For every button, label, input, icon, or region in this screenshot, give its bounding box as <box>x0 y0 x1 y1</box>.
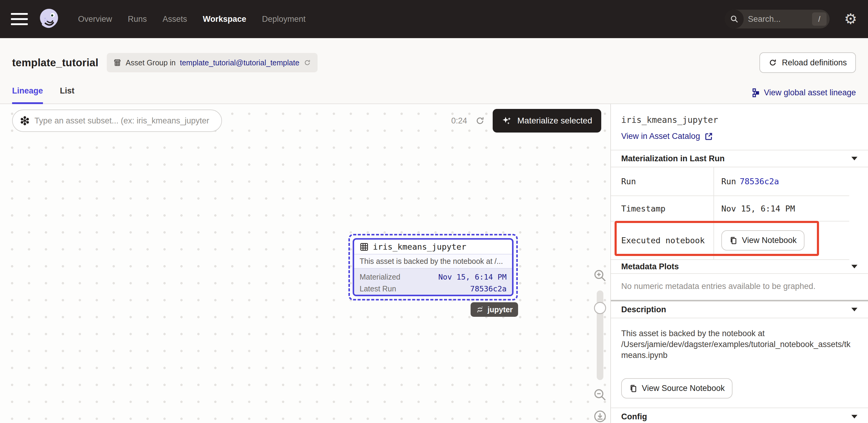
table-row-executed-notebook: Executed notebook View Notebook <box>611 221 849 260</box>
nav-item-runs[interactable]: Runs <box>128 14 147 24</box>
section-title: Metadata Plots <box>621 262 679 271</box>
view-notebook-label: View Notebook <box>742 236 797 245</box>
section-materialization-in-last-run[interactable]: Materialization in Last Run <box>611 150 868 167</box>
chevron-down-icon[interactable] <box>851 156 858 161</box>
row-label: Run <box>611 167 714 195</box>
tab-list[interactable]: List <box>60 86 74 104</box>
stat-value[interactable]: 78536c2a <box>470 284 506 293</box>
stat-label: Latest Run <box>360 284 396 293</box>
nav-item-overview[interactable]: Overview <box>78 14 112 24</box>
lineage-graph-icon <box>752 88 760 97</box>
view-global-asset-lineage-label: View global asset lineage <box>764 88 856 97</box>
table-asset-icon <box>360 242 369 251</box>
download-view-icon[interactable] <box>593 410 607 423</box>
lineage-canvas[interactable]: 0:24 Materialize selected <box>0 104 610 423</box>
hamburger-menu-icon[interactable] <box>11 13 28 25</box>
node-stat-materialized: Materialized Nov 15, 6:14 PM <box>360 271 506 283</box>
view-source-notebook-label: View Source Notebook <box>642 384 725 393</box>
asset-subset-input[interactable] <box>12 110 222 132</box>
page-title: template_tutorial <box>12 57 98 69</box>
reload-definitions-label: Reload definitions <box>782 58 847 67</box>
asset-group-chip-label: Asset Group in <box>125 58 176 67</box>
view-in-asset-catalog-link[interactable]: View in Asset Catalog <box>621 132 858 141</box>
tabs-bar: Lineage List View global asset lineage <box>0 79 868 104</box>
materialize-selected-button[interactable]: Materialize selected <box>493 109 601 132</box>
search-icon <box>725 10 744 28</box>
notebook-icon <box>729 236 738 245</box>
section-title: Materialization in Last Run <box>621 154 725 163</box>
description-text: This asset is backed by the notebook at … <box>611 318 859 361</box>
view-global-asset-lineage-link[interactable]: View global asset lineage <box>752 88 856 103</box>
run-id-link[interactable]: 78536c2a <box>740 177 779 186</box>
metadata-empty-message: No numeric metadata entries available to… <box>611 274 868 300</box>
stat-value[interactable]: Nov 15, 6:14 PM <box>438 273 506 281</box>
asset-group-link[interactable]: template_tutorial@tutorial_template <box>180 58 300 67</box>
node-title: iris_kmeans_jupyter <box>373 242 466 251</box>
canvas-zoom-controls <box>592 269 609 423</box>
stat-label: Materialized <box>360 273 400 281</box>
asset-subset-text-field[interactable] <box>34 116 215 126</box>
search-input[interactable]: Search... / <box>725 10 830 28</box>
node-stat-latest-run: Latest Run 78536c2a <box>360 283 506 295</box>
node-description: This asset is backed by the notebook at … <box>354 254 512 269</box>
page-header: template_tutorial Asset Group in templat… <box>0 38 868 79</box>
chevron-down-icon[interactable] <box>851 265 858 269</box>
notebook-icon <box>629 384 638 393</box>
zoom-slider[interactable] <box>597 291 603 380</box>
asset-node-iris-kmeans-jupyter[interactable]: iris_kmeans_jupyter This asset is backed… <box>348 234 518 300</box>
table-row-run: Run Run 78536c2a <box>611 167 849 196</box>
chevron-down-icon[interactable] <box>851 415 858 419</box>
op-selector-icon <box>20 116 30 126</box>
dagster-logo[interactable] <box>37 7 61 31</box>
zoom-out-icon[interactable] <box>593 388 607 402</box>
view-source-notebook-button[interactable]: View Source Notebook <box>621 378 733 398</box>
section-config[interactable]: Config <box>611 408 868 423</box>
asset-group-icon <box>114 59 121 66</box>
panel-asset-title: iris_kmeans_jupyter <box>621 115 858 125</box>
kind-tag-label: jupyter <box>488 305 513 314</box>
asset-details-panel: iris_kmeans_jupyter View in Asset Catalo… <box>610 104 868 423</box>
nav-item-workspace[interactable]: Workspace <box>203 14 247 24</box>
view-notebook-button[interactable]: View Notebook <box>721 230 805 250</box>
external-link-icon <box>704 132 713 141</box>
row-label: Executed notebook <box>611 221 714 259</box>
materialize-selected-label: Materialize selected <box>518 116 592 126</box>
sparkle-icon <box>502 116 512 126</box>
nav-menu: Overview Runs Assets Workspace Deploymen… <box>78 14 306 24</box>
refresh-timer: 0:24 <box>451 116 467 126</box>
chip-refresh-icon[interactable] <box>304 59 311 66</box>
section-description[interactable]: Description <box>611 301 868 318</box>
top-nav: Overview Runs Assets Workspace Deploymen… <box>0 0 868 38</box>
run-value-prefix: Run <box>721 177 736 186</box>
asset-group-chip[interactable]: Asset Group in template_tutorial@tutoria… <box>107 53 317 72</box>
section-metadata-plots[interactable]: Metadata Plots <box>611 260 868 274</box>
zoom-in-icon[interactable] <box>593 269 607 282</box>
jupyter-icon <box>476 306 484 313</box>
reload-icon <box>769 58 777 67</box>
view-in-asset-catalog-label: View in Asset Catalog <box>621 132 700 141</box>
table-row-timestamp: Timestamp Nov 15, 6:14 PM <box>611 196 849 221</box>
compute-kind-tag-jupyter[interactable]: jupyter <box>471 302 518 317</box>
materialization-table: Run Run 78536c2a Timestamp Nov 15, 6:14 … <box>611 167 849 260</box>
chevron-down-icon[interactable] <box>851 307 858 312</box>
canvas-refresh-icon[interactable] <box>475 116 485 126</box>
zoom-slider-thumb[interactable] <box>594 302 606 314</box>
row-label: Timestamp <box>611 196 714 221</box>
section-title: Config <box>621 412 647 422</box>
search-placeholder: Search... <box>748 14 781 24</box>
nav-item-deployment[interactable]: Deployment <box>262 14 306 24</box>
reload-definitions-button[interactable]: Reload definitions <box>760 52 856 73</box>
search-shortcut-badge: / <box>812 12 827 26</box>
timestamp-value: Nov 15, 6:14 PM <box>714 196 849 221</box>
gear-icon[interactable]: ⚙ <box>844 12 857 26</box>
nav-item-assets[interactable]: Assets <box>163 14 187 24</box>
section-title: Description <box>621 305 666 314</box>
tab-lineage[interactable]: Lineage <box>12 86 43 104</box>
